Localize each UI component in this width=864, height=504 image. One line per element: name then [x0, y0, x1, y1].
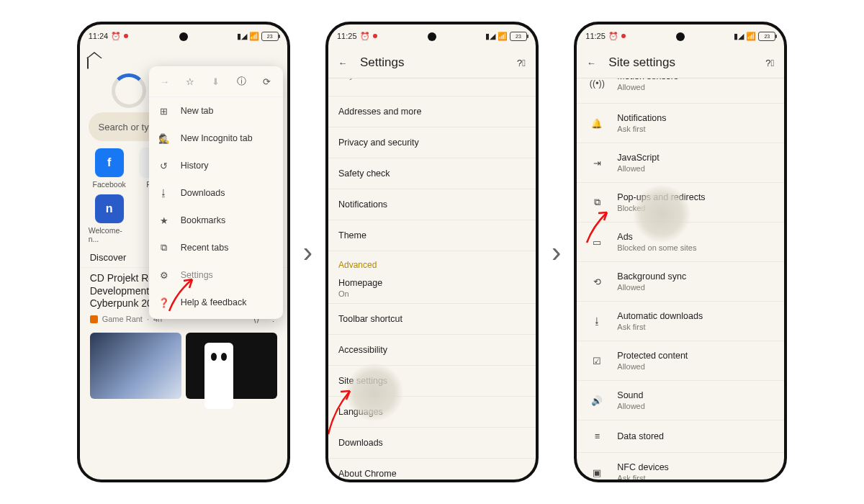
- alarm-icon: ⏰: [111, 32, 121, 41]
- info-icon[interactable]: ⓘ: [233, 75, 250, 88]
- setting-toolbar-shortcut[interactable]: Toolbar shortcut: [328, 304, 536, 335]
- history-icon: ↺: [158, 161, 171, 171]
- signal-icon: ▮◢: [237, 32, 247, 41]
- phone-step-3: 11:25⏰ ▮◢📶23 ← Site settings ?⃝ ((•)) Mo…: [574, 22, 787, 482]
- back-button[interactable]: ←: [584, 58, 598, 68]
- site-setting-motion-sensors[interactable]: ((•)) Motion sensorsAllowed: [577, 78, 784, 104]
- menu-help[interactable]: ❓Help & feedback: [149, 289, 283, 316]
- site-setting-protected-content[interactable]: ☑ Protected contentAllowed: [577, 341, 784, 381]
- setting-homepage[interactable]: HomepageOn: [328, 273, 536, 304]
- page-header: ← Site settings ?⃝: [577, 48, 784, 78]
- loading-spinner: [112, 73, 146, 108]
- source-icon: [90, 315, 98, 323]
- phone-step-1: 11:24⏰ ▮◢📶23 Search or type fFacebook Fe…: [77, 22, 290, 482]
- ads-icon: ▭: [587, 237, 607, 248]
- star-icon: ★: [158, 215, 171, 226]
- menu-downloads[interactable]: ⭳Downloads: [149, 179, 283, 207]
- menu-history[interactable]: ↺History: [149, 152, 283, 179]
- help-icon[interactable]: ?⃝: [514, 58, 528, 68]
- download-check-icon: ⭳: [158, 188, 171, 198]
- reload-icon[interactable]: ⟳: [258, 76, 276, 87]
- bell-icon: 🔔: [587, 118, 607, 129]
- sync-icon: ⟲: [587, 276, 607, 287]
- nfc-icon: ▣: [587, 467, 607, 478]
- setting-downloads[interactable]: Downloads: [328, 428, 536, 459]
- phone-step-2: 11:25⏰ ▮◢📶23 ← Settings ?⃝ Payment metho…: [325, 22, 539, 482]
- download-icon: ⭳: [587, 316, 607, 326]
- menu-incognito[interactable]: 🕵New Incognito tab: [149, 125, 283, 152]
- site-setting-sound[interactable]: 🔊 SoundAllowed: [577, 381, 784, 420]
- home-button[interactable]: [87, 58, 89, 68]
- page-title: Site settings: [608, 55, 675, 70]
- setting-about-chrome[interactable]: About Chrome: [328, 459, 536, 480]
- site-setting-background-sync[interactable]: ⟲ Background syncAllowed: [577, 262, 784, 302]
- setting-privacy[interactable]: Privacy and security: [328, 127, 536, 158]
- setting-notifications[interactable]: Notifications: [328, 189, 536, 220]
- overflow-menu: → ☆ ⬇ ⓘ ⟳ ⊞New tab 🕵New Incognito tab ↺H…: [149, 66, 283, 319]
- help-icon[interactable]: ?⃝: [762, 58, 777, 68]
- front-camera: [179, 32, 188, 41]
- menu-recent-tabs[interactable]: ⧉Recent tabs: [149, 234, 283, 261]
- site-setting-ads[interactable]: ▭ AdsBlocked on some sites: [577, 222, 784, 262]
- forward-icon[interactable]: →: [156, 76, 173, 87]
- step-arrow-icon: ›: [552, 236, 561, 269]
- setting-site-settings[interactable]: Site settings: [328, 366, 536, 397]
- setting-accessibility[interactable]: Accessibility: [328, 335, 536, 366]
- site-setting-notifications[interactable]: 🔔 NotificationsAsk first: [577, 104, 784, 143]
- javascript-icon: ⇥: [587, 158, 607, 168]
- site-setting-auto-downloads[interactable]: ⭳ Automatic downloadsAsk first: [577, 302, 784, 341]
- protected-icon: ☑: [587, 356, 607, 366]
- setting-addresses[interactable]: Addresses and more: [328, 96, 536, 127]
- storage-icon: ≡: [587, 431, 607, 441]
- menu-settings[interactable]: ⚙Settings: [149, 261, 283, 289]
- site-setting-nfc[interactable]: ▣ NFC devicesAsk first: [577, 453, 784, 480]
- download-icon[interactable]: ⬇: [207, 76, 225, 87]
- site-setting-popups[interactable]: ⧉ Pop-ups and redirectsBlocked: [577, 183, 784, 222]
- page-title: Settings: [360, 55, 404, 70]
- devices-icon: ⧉: [158, 243, 171, 253]
- front-camera: [676, 32, 685, 41]
- shortcut-item[interactable]: nWelcome-n...: [89, 194, 130, 243]
- feed-image-row: [80, 328, 287, 403]
- motion-icon: ((•)): [587, 78, 607, 89]
- battery-icon: 23: [261, 32, 279, 41]
- setting-payment-methods[interactable]: Payment methods: [328, 78, 536, 96]
- clock-text: 11:24: [89, 32, 109, 40]
- site-setting-data-stored[interactable]: ≡ Data stored: [577, 420, 784, 453]
- sound-icon: 🔊: [587, 395, 607, 406]
- setting-theme[interactable]: Theme: [328, 220, 536, 251]
- discover-heading: Discover: [90, 252, 127, 263]
- wifi-icon: 📶: [249, 32, 259, 41]
- incognito-icon: 🕵: [158, 133, 171, 144]
- page-header: ← Settings ?⃝: [328, 48, 536, 78]
- menu-bookmarks[interactable]: ★Bookmarks: [149, 207, 283, 234]
- site-setting-javascript[interactable]: ⇥ JavaScriptAllowed: [577, 143, 784, 183]
- back-button[interactable]: ←: [336, 58, 350, 68]
- plus-box-icon: ⊞: [158, 106, 171, 117]
- menu-new-tab[interactable]: ⊞New tab: [149, 97, 283, 125]
- shortcut-facebook[interactable]: fFacebook: [89, 148, 130, 189]
- step-arrow-icon: ›: [303, 236, 312, 269]
- setting-languages[interactable]: Languages: [328, 397, 536, 428]
- record-dot-icon: [124, 34, 128, 38]
- front-camera: [428, 32, 436, 41]
- gear-icon: ⚙: [158, 270, 171, 281]
- help-icon: ❓: [158, 297, 171, 308]
- card-source: Game Rant: [102, 315, 143, 323]
- setting-safety-check[interactable]: Safety check: [328, 158, 536, 189]
- section-advanced: Advanced: [328, 251, 536, 273]
- bookmark-icon[interactable]: ☆: [181, 76, 199, 87]
- popup-icon: ⧉: [587, 197, 607, 208]
